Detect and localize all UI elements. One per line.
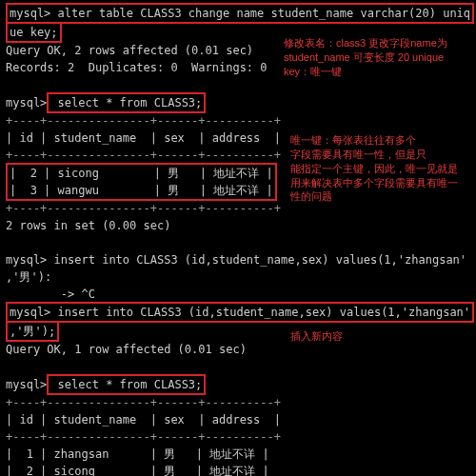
annotation-unique-key: 唯一键：每张表往往有多个字段需要具有唯一性，但是只能指定一个主键，因此，唯一见就… xyxy=(290,133,471,204)
table-row: | 2 | sicong | 男 | 地址不详 | xyxy=(6,463,470,476)
annotation-alter: 修改表名：class3 更改字段name为student_name 可变长度 2… xyxy=(284,36,474,79)
sql-insert-bad: mysql> insert into CLASS3 (id,student_na… xyxy=(6,251,470,268)
query-ok: Query OK, 1 row affected (0.01 sec) xyxy=(6,341,470,358)
table-border: +----+---------------+------+----------+ xyxy=(6,112,470,129)
ctrl-c: -> ^C xyxy=(6,286,470,303)
sql-select-2: mysql> select * from CLASS3; xyxy=(6,375,470,394)
rows-in-set: 2 rows in set (0.00 sec) xyxy=(6,217,470,234)
table-rows-boxed: | 2 | sicong | 男 | 地址不详 | | 3 | wangwu |… xyxy=(6,163,277,201)
annotation-insert: 插入新内容 xyxy=(290,329,343,344)
table-row: | 2 | sicong | 男 | 地址不详 | xyxy=(10,165,273,182)
sql-alter-line: mysql> alter table CLASS3 change name st… xyxy=(6,4,470,23)
sql-insert: mysql> insert into CLASS3 (id,student_na… xyxy=(6,303,470,322)
table-header: | id | student_name | sex | address | xyxy=(6,411,470,428)
prompt: mysql> xyxy=(10,7,50,20)
table-row: | 3 | wangwu | 男 | 地址不详 | xyxy=(10,182,273,199)
terminal-output: mysql> alter table CLASS3 change name st… xyxy=(0,0,476,476)
table-row: | 1 | zhangsan | 男 | 地址不详 | xyxy=(6,446,470,463)
sql-select-1: mysql> select * from CLASS3; xyxy=(6,93,470,112)
